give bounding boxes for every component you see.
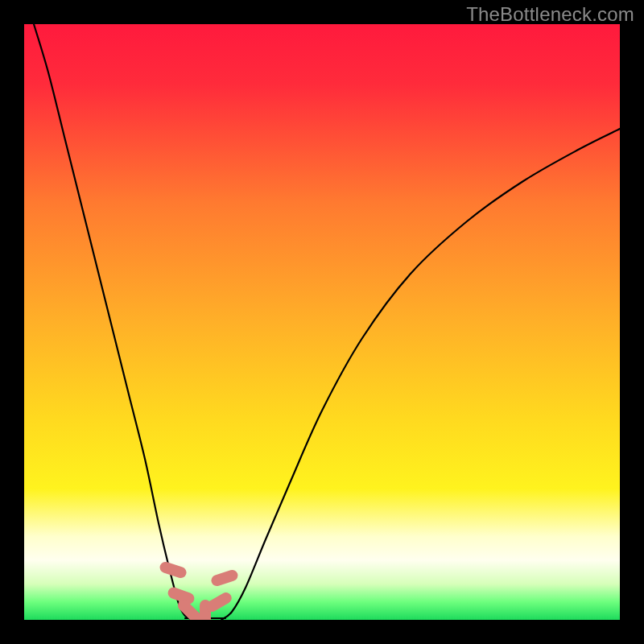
- curves-layer: [24, 24, 620, 620]
- marker-5: [210, 568, 240, 588]
- plot-area: [24, 24, 620, 620]
- curve-left-curve: [34, 24, 193, 620]
- chart-frame: TheBottleneck.com: [0, 0, 644, 644]
- marker-0: [159, 560, 188, 580]
- marker-4: [204, 590, 233, 613]
- watermark-text: TheBottleneck.com: [466, 3, 634, 26]
- curve-right-curve: [221, 129, 620, 620]
